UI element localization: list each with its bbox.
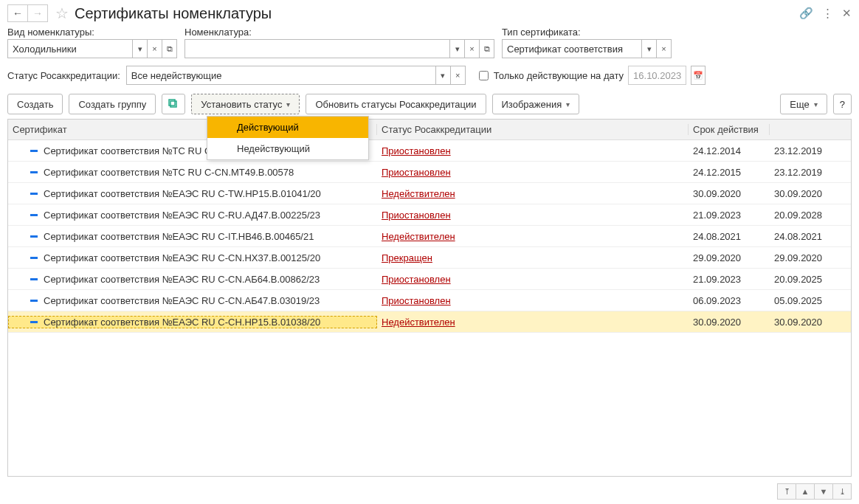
- date-from: 06.09.2023: [689, 295, 770, 306]
- table-row[interactable]: Сертификат соответствия №ЕАЭС RU С-CH.НР…: [8, 311, 851, 333]
- cert-name: Сертификат соответствия №ТС RU C: [44, 145, 211, 156]
- nav-back-button[interactable]: ←: [7, 4, 28, 22]
- set-status-button[interactable]: Установить статус: [191, 94, 300, 114]
- dropdown-icon[interactable]: ▾: [436, 66, 451, 85]
- filter-accstatus-label: Статус Росаккредитации:: [7, 70, 120, 81]
- filter-date-input[interactable]: 16.10.2023: [628, 66, 686, 85]
- date-to: 20.09.2028: [770, 210, 851, 221]
- link-icon[interactable]: 🔗: [799, 7, 813, 20]
- set-status-menu: Действующий Недействующий: [207, 116, 369, 160]
- scroll-down-button[interactable]: ▼: [814, 483, 833, 500]
- dropdown-icon[interactable]: ▾: [133, 39, 148, 58]
- date-to: 05.09.2025: [770, 295, 851, 306]
- table-row[interactable]: Сертификат соответствия №ЕАЭС RU С-TW.НР…: [8, 183, 851, 204]
- status-link[interactable]: Недействителен: [382, 188, 455, 199]
- cert-icon: [30, 235, 38, 238]
- table-row[interactable]: Сертификат соответствия №ТС RU C-CN.МТ49…: [8, 162, 851, 183]
- clear-icon[interactable]: ×: [451, 66, 466, 85]
- favorite-star-icon[interactable]: ☆: [55, 4, 69, 22]
- cert-icon: [30, 193, 38, 195]
- filter-item-label: Номенклатура:: [184, 27, 494, 38]
- copy-icon: [168, 99, 179, 109]
- date-from: 30.09.2020: [689, 188, 770, 199]
- close-icon[interactable]: ✕: [842, 7, 852, 20]
- copy-button[interactable]: [162, 94, 185, 114]
- images-button[interactable]: Изображения: [492, 94, 580, 114]
- cert-icon: [30, 300, 38, 302]
- date-to: 30.09.2020: [770, 317, 851, 328]
- refresh-statuses-button[interactable]: Обновить статусы Росаккредитации: [306, 94, 486, 114]
- date-from: 29.09.2020: [689, 252, 770, 263]
- status-link[interactable]: Приостановлен: [382, 295, 451, 306]
- date-from: 30.09.2020: [689, 317, 770, 328]
- status-link[interactable]: Приостановлен: [382, 210, 451, 221]
- filter-certtype-label: Тип сертификата:: [502, 27, 672, 38]
- scroll-top-button[interactable]: ⤒: [777, 483, 796, 500]
- only-active-checkbox[interactable]: Только действующие на дату: [476, 69, 624, 83]
- create-group-button[interactable]: Создать группу: [69, 94, 156, 114]
- cert-name: Сертификат соответствия №ЕАЭС RU С-CN.НХ…: [44, 252, 320, 263]
- svg-rect-0: [170, 101, 176, 107]
- only-active-label: Только действующие на дату: [494, 70, 624, 81]
- status-link[interactable]: Прекращен: [382, 252, 432, 263]
- column-header-validity[interactable]: Срок действия: [689, 124, 770, 135]
- nav-forward-button[interactable]: →: [27, 4, 48, 22]
- clear-icon[interactable]: ×: [465, 39, 480, 58]
- cert-name: Сертификат соответствия №ТС RU C-CN.МТ49…: [44, 167, 294, 178]
- help-button[interactable]: ?: [833, 94, 852, 114]
- kebab-menu-icon[interactable]: ⋮: [822, 7, 833, 20]
- date-to: 23.12.2019: [770, 167, 851, 178]
- table-row[interactable]: Сертификат соответствия №ЕАЭС RU С-RU.АД…: [8, 204, 851, 226]
- column-header-status[interactable]: Статус Росаккредитации: [377, 124, 689, 135]
- clear-icon[interactable]: ×: [148, 39, 162, 58]
- menu-item-inactive[interactable]: Недействующий: [207, 138, 368, 159]
- more-button[interactable]: Еще: [780, 94, 827, 114]
- cert-icon: [30, 214, 38, 216]
- scroll-bottom-button[interactable]: ⤓: [832, 483, 852, 500]
- cert-name: Сертификат соответствия №ЕАЭС RU С-RU.АД…: [44, 210, 320, 221]
- open-icon[interactable]: ⧉: [480, 39, 494, 58]
- date-to: 29.09.2020: [770, 252, 851, 263]
- dropdown-icon[interactable]: ▾: [450, 39, 465, 58]
- certificates-grid: Сертификат Статус Росаккредитации Срок д…: [7, 119, 852, 477]
- date-to: 30.09.2020: [770, 188, 851, 199]
- cert-icon: [30, 257, 38, 259]
- table-row[interactable]: Сертификат соответствия №ЕАЭС RU С-CN.АБ…: [8, 290, 851, 311]
- create-button[interactable]: Создать: [7, 94, 63, 114]
- status-link[interactable]: Приостановлен: [382, 274, 451, 285]
- date-to: 23.12.2019: [770, 145, 851, 156]
- date-from: 24.12.2014: [689, 145, 770, 156]
- filter-accstatus-input[interactable]: Все недействующие: [126, 66, 436, 85]
- clear-icon[interactable]: ×: [657, 39, 672, 58]
- table-row[interactable]: Сертификат соответствия №ЕАЭС RU С-CN.АБ…: [8, 269, 851, 290]
- date-from: 21.09.2023: [689, 210, 770, 221]
- date-from: 21.09.2023: [689, 274, 770, 285]
- cert-name: Сертификат соответствия №ЕАЭС RU С-CN.АБ…: [44, 295, 320, 306]
- status-link[interactable]: Недействителен: [382, 231, 455, 242]
- cert-name: Сертификат соответствия №ЕАЭС RU С-CH.НР…: [44, 317, 320, 328]
- status-link[interactable]: Приостановлен: [382, 145, 451, 156]
- status-link[interactable]: Недействителен: [382, 317, 455, 328]
- open-icon[interactable]: ⧉: [162, 39, 177, 58]
- filter-item-input[interactable]: [184, 39, 450, 58]
- table-row[interactable]: Сертификат соответствия №ЕАЭС RU С-IT.НВ…: [8, 226, 851, 247]
- status-link[interactable]: Приостановлен: [382, 167, 451, 178]
- date-from: 24.12.2015: [689, 167, 770, 178]
- scroll-up-button[interactable]: ▲: [796, 483, 815, 500]
- cert-icon: [30, 278, 38, 280]
- svg-rect-1: [169, 100, 175, 106]
- filter-type-input[interactable]: Холодильники: [7, 39, 133, 58]
- filter-type-label: Вид номенклатуры:: [7, 27, 177, 38]
- date-to: 24.08.2021: [770, 231, 851, 242]
- table-row[interactable]: Сертификат соответствия №ТС RU CПриостан…: [8, 140, 851, 162]
- dropdown-icon[interactable]: ▾: [642, 39, 657, 58]
- calendar-icon[interactable]: 📅: [691, 66, 706, 85]
- cert-name: Сертификат соответствия №ЕАЭС RU С-CN.АБ…: [44, 274, 320, 285]
- date-to: 20.09.2025: [770, 274, 851, 285]
- filter-certtype-input[interactable]: Сертификат соответствия: [502, 39, 642, 58]
- table-row[interactable]: Сертификат соответствия №ЕАЭС RU С-CN.НХ…: [8, 247, 851, 269]
- cert-icon: [30, 321, 38, 323]
- menu-item-active[interactable]: Действующий: [207, 117, 368, 138]
- page-title: Сертификаты номенклатуры: [75, 5, 272, 22]
- only-active-checkbox-input[interactable]: [479, 71, 489, 80]
